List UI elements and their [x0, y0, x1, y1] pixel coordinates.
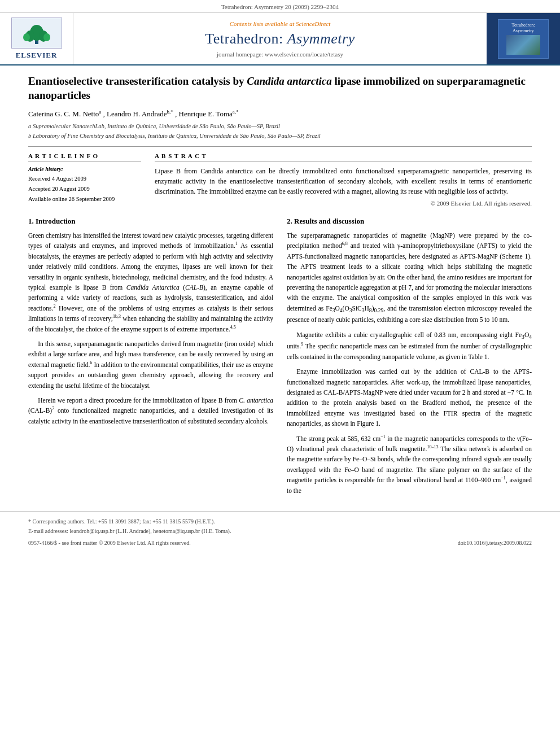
journal-center: Contents lists available at ScienceDirec… — [73, 13, 487, 64]
article-info-title: A R T I C L E I N F O — [28, 152, 141, 161]
history-label: Article history: — [28, 166, 141, 172]
footer-issn: 0957-4166/$ - see front matter © 2009 El… — [28, 538, 191, 548]
top-bar: Tetrahedron: Asymmetry 20 (2009) 2299–23… — [0, 0, 560, 13]
article-title: Enantioselective transesterification cat… — [28, 75, 532, 102]
sciencedirect-line: Contents lists available at ScienceDirec… — [230, 20, 331, 27]
abstract-panel: A B S T R A C T Lipase B from Candida an… — [155, 152, 532, 207]
logo-box-image — [506, 35, 540, 55]
results-heading: 2. Results and discussion — [287, 217, 532, 226]
affiliation-b: b Laboratory of Fine Chemistry and Bioca… — [28, 132, 532, 141]
sciencedirect-link-text[interactable]: ScienceDirect — [296, 20, 330, 27]
info-abstract-section: A R T I C L E I N F O Article history: R… — [28, 152, 532, 207]
journal-header: ELSEVIER Contents lists available at Sci… — [0, 13, 560, 65]
footer-bottom: 0957-4166/$ - see front matter © 2009 El… — [28, 538, 532, 548]
divider-1 — [28, 146, 532, 147]
results-para-1: The superparamagnetic nanoparticles of m… — [287, 230, 532, 325]
intro-para-3: Herein we report a direct procedure for … — [28, 395, 273, 426]
svg-point-4 — [23, 33, 30, 41]
journal-logo-right: Tetrahedron: Asymmetry — [487, 13, 560, 64]
intro-para-1: Green chemistry has intensified the inte… — [28, 230, 273, 334]
introduction-heading: 1. Introduction — [28, 217, 273, 226]
results-para-2: Magnetite exhibits a cubic crystallograp… — [287, 330, 532, 362]
abstract-text: Lipase B from Candida antarctica can be … — [155, 166, 532, 196]
abstract-title: A B S T R A C T — [155, 152, 532, 161]
article-info-panel: A R T I C L E I N F O Article history: R… — [28, 152, 141, 207]
journal-citation: Tetrahedron: Asymmetry 20 (2009) 2299–23… — [221, 3, 339, 10]
received-date: Received 4 August 2009 Accepted 20 Augus… — [28, 174, 141, 204]
footer-email-note: E-mail addresses: leandroh@iq.usp.br (L.… — [28, 526, 532, 536]
elsevier-tree-image — [11, 18, 62, 49]
results-para-4: The strong peak at 585, 632 cm−1 in the … — [287, 434, 532, 496]
journal-homepage: journal homepage: www.elsevier.com/locat… — [217, 51, 343, 58]
footer-star-note: * Corresponding authors. Tel.: +55 11 30… — [28, 517, 532, 526]
authors-line: Caterina G. C. M. Nettoa , Leandro H. An… — [28, 109, 532, 119]
results-para-3: Enzyme immobilization was carried out by… — [287, 366, 532, 429]
intro-para-2: In this sense, superparamagnetic nanopar… — [28, 339, 273, 391]
elsevier-text: ELSEVIER — [16, 51, 58, 60]
logo-box-title: Tetrahedron: Asymmetry — [512, 23, 535, 33]
copyright: © 2009 Elsevier Ltd. All rights reserved… — [155, 200, 532, 207]
elsevier-logo-panel: ELSEVIER — [0, 13, 73, 64]
body-columns: 1. Introduction Green chemistry has inte… — [28, 217, 532, 500]
introduction-text: Green chemistry has intensified the inte… — [28, 230, 273, 426]
article-content: Enantioselective transesterification cat… — [0, 65, 560, 512]
results-column: 2. Results and discussion The superparam… — [287, 217, 532, 500]
footer: * Corresponding authors. Tel.: +55 11 30… — [0, 512, 560, 551]
footer-doi: doi:10.1016/j.tetasy.2009.08.022 — [458, 538, 532, 548]
journal-title: Tetrahedron: Asymmetry — [205, 30, 355, 47]
results-text: The superparamagnetic nanoparticles of m… — [287, 230, 532, 496]
svg-point-5 — [43, 33, 50, 41]
journal-logo-box: Tetrahedron: Asymmetry — [498, 19, 549, 59]
introduction-column: 1. Introduction Green chemistry has inte… — [28, 217, 273, 500]
affiliation-a: a Supramolecular NanotechLab, Instituto … — [28, 123, 532, 131]
